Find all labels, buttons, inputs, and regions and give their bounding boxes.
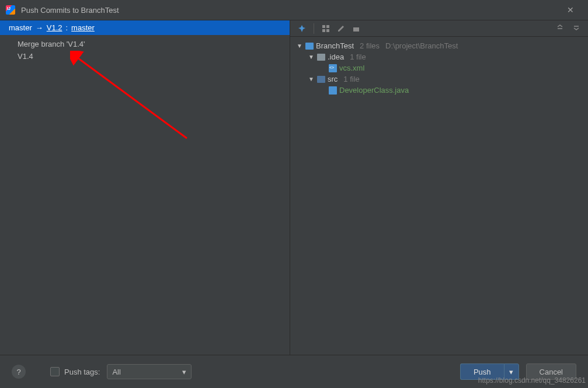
push-tags-checkbox[interactable] xyxy=(50,367,60,376)
toolbar-group xyxy=(319,22,363,36)
files-panel: ▼ BranchTest 2 files D:\project\BranchTe… xyxy=(290,20,588,355)
project-path: D:\project\BranchTest xyxy=(385,41,458,50)
files-toolbar xyxy=(290,20,588,37)
watermark: https://blog.csdn.net/qq_34826261 xyxy=(478,376,586,384)
folder-label: src xyxy=(328,75,338,83)
tree-root[interactable]: ▼ BranchTest 2 files D:\project\BranchTe… xyxy=(296,40,582,51)
svg-rect-3 xyxy=(326,29,329,32)
push-tags-label: Push tags: xyxy=(64,368,100,376)
src-folder-icon xyxy=(317,76,325,83)
svg-rect-1 xyxy=(326,25,329,28)
folder-label: .idea xyxy=(328,53,344,61)
java-file-icon xyxy=(329,86,337,95)
expand-all-icon[interactable] xyxy=(553,22,567,36)
remote-name[interactable]: V1.2 xyxy=(47,23,62,32)
tree-root-label: BranchTest xyxy=(316,41,354,50)
window-title: Push Commits to BranchTest xyxy=(21,6,559,15)
revert-icon[interactable] xyxy=(349,22,363,36)
push-tags-value: All xyxy=(112,368,120,376)
tree-toggle-icon[interactable]: ▼ xyxy=(296,43,303,49)
file-count: 2 files xyxy=(360,41,380,50)
tree-file[interactable]: vcs.xml xyxy=(296,62,582,74)
tree-file[interactable]: DeveloperClass.java xyxy=(296,85,582,96)
pin-icon[interactable] xyxy=(295,22,309,36)
local-branch: master xyxy=(9,23,32,32)
file-label: DeveloperClass.java xyxy=(339,86,409,95)
tree-toggle-icon[interactable]: ▼ xyxy=(308,54,315,60)
file-count: 1 file xyxy=(350,53,366,61)
file-count: 1 file xyxy=(343,75,359,83)
folder-icon xyxy=(317,54,325,61)
content: master → V1.2 : master Merge branch 'V1.… xyxy=(0,20,588,355)
chevron-down-icon: ▾ xyxy=(182,368,186,376)
svg-rect-2 xyxy=(322,29,325,32)
group-icon[interactable] xyxy=(319,22,333,36)
svg-rect-4 xyxy=(353,27,359,32)
edit-icon[interactable] xyxy=(334,22,348,36)
branch-header[interactable]: master → V1.2 : master xyxy=(0,20,290,35)
colon: : xyxy=(65,23,68,32)
titlebar: Push Commits to BranchTest ✕ xyxy=(0,0,588,20)
svg-rect-0 xyxy=(322,25,325,28)
push-tags-select[interactable]: All ▾ xyxy=(107,364,192,379)
close-button[interactable]: ✕ xyxy=(559,0,582,20)
remote-branch[interactable]: master xyxy=(71,23,95,32)
commit-item[interactable]: V1.4 xyxy=(0,50,290,62)
app-icon xyxy=(6,5,15,15)
arrow-right-icon: → xyxy=(36,23,43,32)
push-tags-option: Push tags: xyxy=(50,367,100,376)
commits-list: Merge branch 'V1.4' V1.4 xyxy=(0,35,290,65)
collapse-all-icon[interactable] xyxy=(569,22,583,36)
file-label: vcs.xml xyxy=(339,64,364,72)
xml-file-icon xyxy=(329,64,337,72)
help-button[interactable]: ? xyxy=(12,365,26,379)
toolbar-separator xyxy=(314,23,314,34)
tree-toggle-icon[interactable]: ▼ xyxy=(308,76,315,82)
project-folder-icon xyxy=(305,43,314,50)
commits-panel: master → V1.2 : master Merge branch 'V1.… xyxy=(0,20,290,355)
commit-item[interactable]: Merge branch 'V1.4' xyxy=(0,38,290,50)
file-tree: ▼ BranchTest 2 files D:\project\BranchTe… xyxy=(290,37,588,99)
tree-folder[interactable]: ▼ .idea 1 file xyxy=(296,51,582,62)
tree-folder[interactable]: ▼ src 1 file xyxy=(296,74,582,85)
